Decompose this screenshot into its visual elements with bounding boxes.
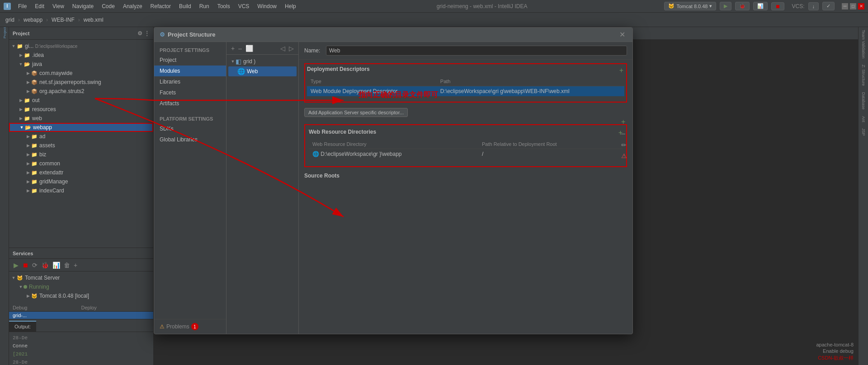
module-remove-btn[interactable]: – [237,45,243,52]
services-stop-btn[interactable]: ⏹ [21,262,29,269]
stop-button[interactable]: ⏹ [771,2,784,10]
name-label: Name: [304,47,322,54]
tree-item[interactable]: ▶ 📁 gridManage [9,177,153,186]
right-warning-icon[interactable]: ⚠ [621,152,627,159]
tomcat-server-group[interactable]: ▼ 🐱 Tomcat Server [9,273,153,282]
right-edit-icon[interactable]: ✏ [621,141,627,149]
menu-analyze[interactable]: Analyze [119,2,146,10]
section-title-platform-settings: Platform Settings [154,114,226,123]
menu-edit[interactable]: Edit [31,2,48,10]
output-tab-active[interactable]: Output: [9,321,36,332]
run-button[interactable]: ▶ [720,2,731,10]
modal-close-button[interactable]: ✕ [618,30,627,39]
problems-tab[interactable]: ⚠ Problems 1 [154,319,226,334]
menu-run[interactable]: Run [196,2,213,10]
tree-item[interactable]: ▼ 📂 java [9,60,153,69]
menu-tools[interactable]: Tools [214,2,234,10]
tree-item[interactable]: ▶ 📁 biz [9,150,153,159]
tree-item[interactable]: ▶ 📦 net.sf.jasperreports.swing [9,78,153,87]
project-gear-btn[interactable]: ⋮ [144,30,150,37]
menu-window[interactable]: Window [254,2,280,10]
tree-webapp-item[interactable]: ▼ 📂 webapp [9,123,153,132]
menu-vcs[interactable]: VCS [235,2,253,10]
menu-navigate[interactable]: Navigate [69,2,97,10]
tomcat-run-config[interactable]: 🐱 Tomcat 8.0.48 ▾ [664,2,716,10]
web-resource-dir-header: Web Resource Directory [309,140,478,149]
tree-item[interactable]: ▶ 📁 common [9,159,153,168]
nav-item-global-libraries[interactable]: Global Libraries [154,134,226,145]
running-group[interactable]: ▼ Running [9,282,153,291]
web-resource-rel-path-cell: / [478,149,623,159]
bc-webapp[interactable]: webapp [22,16,44,24]
menu-help[interactable]: Help [281,2,300,10]
tree-item[interactable]: ▶ 📦 org.apache.struts2 [9,87,153,96]
services-toolbar: ▶ ⏹ ⟳ 🐞 📊 🗑 + [9,259,153,271]
tree-item[interactable]: ▶ 📦 com.maywide [9,69,153,78]
module-tree-item-grid[interactable]: ▼ ◧ grid ) [228,56,297,66]
tomcat-icon: 🐱 [668,3,675,9]
vcs-commit-button[interactable]: ✓ [822,2,835,10]
right-icon-jsp[interactable]: JSP [860,127,867,137]
project-settings-btn[interactable]: ⚙ [137,30,142,37]
run-dashboard-button[interactable]: 📊 [753,2,768,10]
nav-item-artifacts[interactable]: Artifacts [154,98,226,109]
deployment-descriptors-section: Deployment Descriptors + Type Path [304,63,627,103]
tree-item[interactable]: ▶ 📁 out [9,96,153,105]
add-descriptor-btn[interactable]: + [619,66,623,75]
debug-button[interactable]: 🐞 [735,2,750,10]
sidebar-icon-project[interactable]: Project [0,29,9,37]
close-button[interactable]: ✕ [858,3,864,9]
menu-build[interactable]: Build [175,2,195,10]
web-resource-row[interactable]: 🌐 D:\eclipseWorkspace\gr }\webapp / [309,149,623,159]
nav-item-modules[interactable]: Modules [154,66,226,76]
maximize-button[interactable]: □ [850,3,856,9]
right-remove-icon[interactable]: – [621,130,627,138]
tree-item[interactable]: ▶ 📁 extendattr [9,168,153,177]
menu-view[interactable]: View [49,2,68,10]
right-icon-database[interactable]: Database [860,91,867,111]
nav-item-sdks[interactable]: SDKs [154,123,226,134]
services-debug-btn[interactable]: 🐞 [40,262,50,269]
tomcat-instance-item[interactable]: ▶ 🐱 Tomcat 8.0.48 [local] [9,291,153,300]
right-add-icon[interactable]: + [621,118,627,126]
tree-root[interactable]: ▼ 📁 gi... D:\eclipseWorkspace [9,42,153,51]
module-name-input[interactable] [326,46,627,56]
tree-item[interactable]: ▶ 📁 web [9,114,153,123]
module-add-btn[interactable]: + [230,45,236,52]
tree-item[interactable]: ▶ 📁 indexCard [9,186,153,195]
project-structure-modal: ⚙ Project Structure ✕ Project Settings P… [154,27,633,334]
deploy-item[interactable]: grid-... [13,313,81,318]
bc-webxml[interactable]: web.xml [82,16,105,24]
nav-item-facets[interactable]: Facets [154,87,226,98]
bc-webinf[interactable]: WEB-INF [50,16,76,24]
tree-item[interactable]: ▶ 📁 ad [9,132,153,141]
services-restart-btn[interactable]: ⟳ [31,262,38,269]
nav-item-project[interactable]: Project [154,55,226,66]
tree-item[interactable]: ▶ 📁 resources [9,105,153,114]
right-icon-ant[interactable]: Ant [860,115,867,123]
menu-refactor[interactable]: Refactor [147,2,175,10]
right-icon-structure[interactable]: Z: Structure [860,64,867,87]
tree-item[interactable]: ▶ 📁 assets [9,141,153,150]
nav-item-libraries[interactable]: Libraries [154,76,226,87]
module-copy-btn[interactable]: ⬜ [245,45,254,52]
nav-forward-btn[interactable]: ▷ [288,45,295,52]
tree-item[interactable]: ▶ 📁 .idea [9,51,153,60]
module-tree-item-web[interactable]: 🌐 Web [228,66,297,76]
minimize-button[interactable]: ─ [842,3,848,9]
nav-back-btn[interactable]: ◁ [279,45,286,52]
expand-icon: ▼ [11,275,16,281]
services-remove-btn[interactable]: 🗑 [63,262,71,269]
java-folder-icon: 📂 [24,61,31,68]
menu-file[interactable]: File [14,2,30,10]
project-panel-toolbar: ⚙ ⋮ [137,30,150,37]
services-stat-btn[interactable]: 📊 [52,262,61,269]
bc-root[interactable]: grid [4,16,16,24]
menu-code[interactable]: Code [98,2,118,10]
right-icon-team[interactable]: Team Validation [860,29,867,59]
services-add-btn[interactable]: + [73,262,78,269]
vcs-update-button[interactable]: ↓ [808,2,819,10]
deployment-descriptor-row[interactable]: Web Module Deployment Descriptor D:\ecli… [307,86,624,97]
add-app-server-descriptor-btn[interactable]: Add Application Server specific descript… [304,108,408,117]
services-run-btn[interactable]: ▶ [13,262,19,269]
